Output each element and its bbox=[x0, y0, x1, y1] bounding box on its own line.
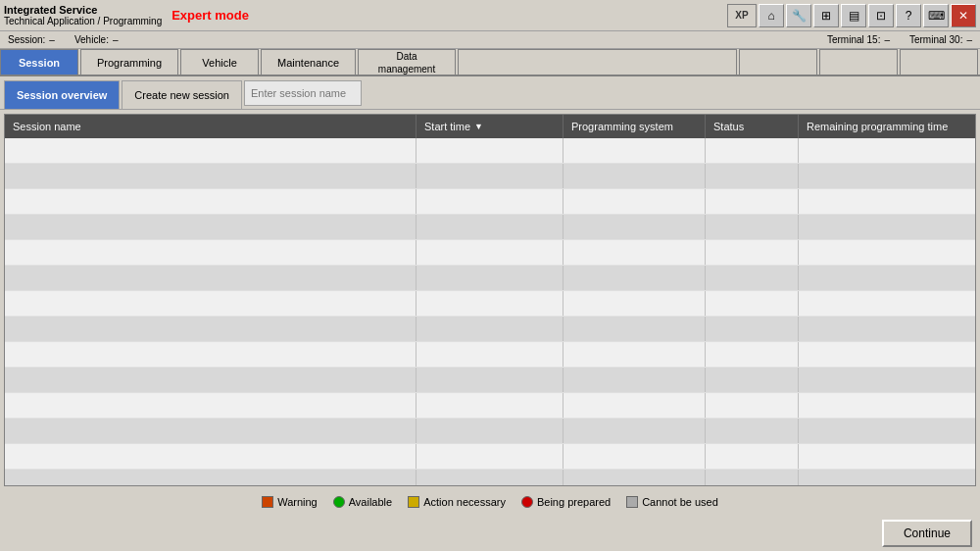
sub-tab-create-new-session[interactable]: Create new session bbox=[122, 80, 242, 109]
legend-cannot-be-used: Cannot be used bbox=[626, 496, 718, 508]
col-start-time[interactable]: Start time ▼ bbox=[416, 115, 564, 138]
vehicle-info: Vehicle: – bbox=[74, 34, 119, 45]
cell-session-name bbox=[5, 138, 416, 163]
cell-status bbox=[706, 189, 799, 214]
tab-7[interactable] bbox=[739, 49, 817, 75]
screen-icon-button[interactable]: ⊡ bbox=[868, 4, 894, 27]
nav-tabs: Session Programming Vehicle Maintenance … bbox=[0, 49, 980, 76]
cell-session-name bbox=[5, 189, 416, 214]
tool-icon-button[interactable]: 🔧 bbox=[786, 4, 811, 27]
cell-programming-system bbox=[564, 444, 706, 469]
cell-session-name bbox=[5, 368, 416, 392]
cell-programming-system bbox=[564, 240, 706, 265]
table-row[interactable] bbox=[5, 342, 975, 368]
cell-status bbox=[706, 266, 799, 290]
cell-remaining-time bbox=[799, 266, 975, 290]
terminal15-label: Terminal 15: bbox=[827, 34, 880, 45]
cell-programming-system bbox=[564, 138, 706, 163]
display-icon-button[interactable]: ⊞ bbox=[813, 4, 839, 27]
cell-start-time bbox=[416, 189, 564, 214]
table-body bbox=[5, 138, 975, 486]
home-icon-button[interactable]: ⌂ bbox=[759, 4, 784, 27]
cell-session-name bbox=[5, 317, 416, 341]
table-row[interactable] bbox=[5, 215, 975, 240]
table-row[interactable] bbox=[5, 470, 975, 486]
tab-8[interactable] bbox=[819, 49, 898, 75]
titlebar-left-group: Integrated Service Technical Application… bbox=[4, 4, 249, 26]
table-row[interactable] bbox=[5, 138, 975, 164]
tab-9[interactable] bbox=[900, 49, 978, 75]
cell-start-time bbox=[416, 342, 564, 367]
cell-remaining-time bbox=[799, 342, 975, 367]
infobar: Session: – Vehicle: – Terminal 15: – Ter… bbox=[0, 31, 980, 49]
cell-start-time bbox=[416, 291, 564, 316]
table-row[interactable] bbox=[5, 368, 975, 393]
toolbar-icons: XP ⌂ 🔧 ⊞ ▤ ⊡ ? ⌨ ✕ bbox=[727, 4, 976, 27]
app-subtitle: Technical Application / Programming bbox=[4, 16, 162, 26]
xp-button[interactable]: XP bbox=[727, 4, 757, 27]
cell-status bbox=[706, 419, 799, 443]
cell-start-time bbox=[416, 215, 564, 239]
close-button[interactable]: ✕ bbox=[951, 4, 976, 27]
col-session-name: Session name bbox=[5, 115, 416, 138]
warning-label: Warning bbox=[277, 496, 318, 508]
cell-start-time bbox=[416, 419, 564, 443]
table-row[interactable] bbox=[5, 419, 975, 444]
cell-status bbox=[706, 342, 799, 367]
cell-programming-system bbox=[564, 266, 706, 290]
table-header: Session name Start time ▼ Programming sy… bbox=[5, 115, 975, 138]
cell-programming-system bbox=[564, 164, 706, 188]
table-row[interactable] bbox=[5, 266, 975, 291]
table-row[interactable] bbox=[5, 189, 975, 215]
tab-data-management[interactable]: Datamanagement bbox=[358, 49, 456, 75]
continue-button[interactable]: Continue bbox=[882, 520, 972, 547]
tab-6[interactable] bbox=[458, 49, 737, 75]
action-necessary-label: Action necessary bbox=[423, 496, 506, 508]
cell-session-name bbox=[5, 419, 416, 443]
table-row[interactable] bbox=[5, 317, 975, 342]
cell-session-name bbox=[5, 291, 416, 316]
keyboard-icon-button[interactable]: ⌨ bbox=[923, 4, 949, 27]
session-value: – bbox=[49, 34, 55, 45]
cell-programming-system bbox=[564, 317, 706, 341]
available-icon bbox=[333, 496, 345, 508]
cell-status bbox=[706, 368, 799, 392]
tab-vehicle[interactable]: Vehicle bbox=[180, 49, 259, 75]
available-label: Available bbox=[349, 496, 392, 508]
cell-remaining-time bbox=[799, 215, 975, 239]
cell-programming-system bbox=[564, 291, 706, 316]
table-row[interactable] bbox=[5, 240, 975, 266]
legend-action-necessary: Action necessary bbox=[408, 496, 506, 508]
cell-start-time bbox=[416, 266, 564, 290]
cell-remaining-time bbox=[799, 240, 975, 265]
cell-start-time bbox=[416, 368, 564, 392]
table-row[interactable] bbox=[5, 393, 975, 419]
cell-session-name bbox=[5, 215, 416, 239]
footer: Continue bbox=[0, 514, 980, 551]
table-row[interactable] bbox=[5, 444, 975, 470]
tab-maintenance[interactable]: Maintenance bbox=[261, 49, 356, 75]
cell-programming-system bbox=[564, 393, 706, 418]
battery-icon-button[interactable]: ▤ bbox=[841, 4, 866, 27]
table-row[interactable] bbox=[5, 291, 975, 317]
col-status: Status bbox=[706, 115, 799, 138]
cell-remaining-time bbox=[799, 317, 975, 341]
cell-session-name bbox=[5, 240, 416, 265]
cell-start-time bbox=[416, 317, 564, 341]
cell-remaining-time bbox=[799, 444, 975, 469]
col-remaining-time: Remaining programming time bbox=[799, 115, 975, 138]
cell-programming-system bbox=[564, 368, 706, 392]
terminal30-value: – bbox=[966, 34, 972, 45]
tab-programming[interactable]: Programming bbox=[80, 49, 178, 75]
action-necessary-icon bbox=[408, 496, 419, 508]
tab-session[interactable]: Session bbox=[0, 49, 78, 75]
vehicle-label: Vehicle: bbox=[74, 34, 109, 45]
cell-status bbox=[706, 291, 799, 316]
help-icon-button[interactable]: ? bbox=[896, 4, 921, 27]
table-row[interactable] bbox=[5, 164, 975, 189]
expert-mode-label: Expert mode bbox=[172, 8, 249, 23]
session-name-input[interactable] bbox=[244, 80, 362, 106]
cell-session-name bbox=[5, 393, 416, 418]
sub-tab-session-overview[interactable]: Session overview bbox=[4, 80, 120, 109]
cell-status bbox=[706, 215, 799, 239]
